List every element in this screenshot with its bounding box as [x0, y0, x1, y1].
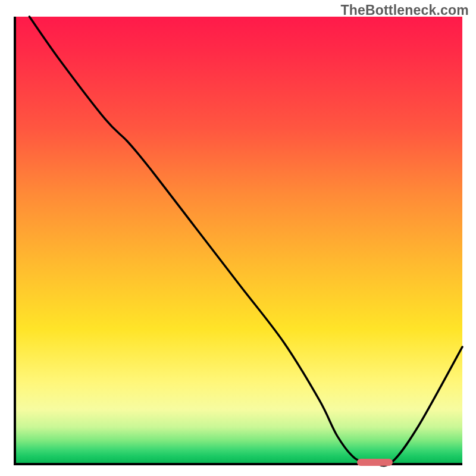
chart-container: TheBottleneck.com	[0, 0, 476, 476]
bottleneck-curve	[16, 17, 462, 463]
watermark-text: TheBottleneck.com	[340, 2, 469, 18]
optimal-range-marker	[357, 459, 393, 466]
plot-area	[14, 17, 462, 465]
